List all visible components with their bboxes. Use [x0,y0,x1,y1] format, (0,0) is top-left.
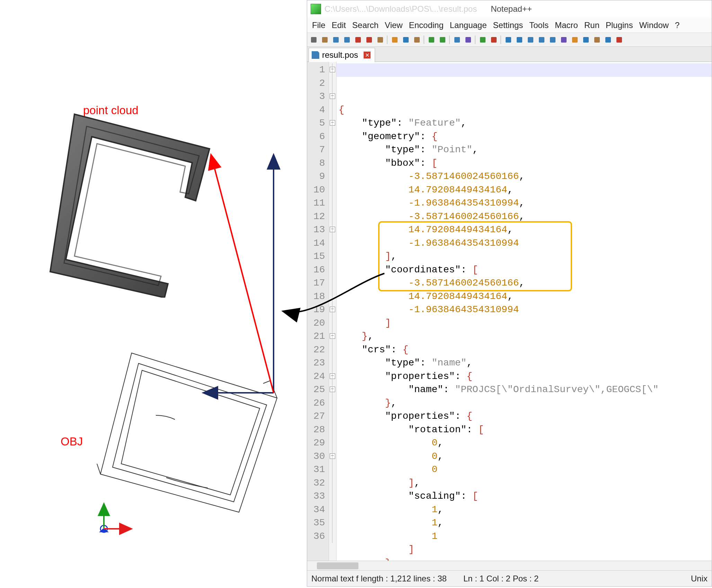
overlay-arrows [0,0,305,588]
menu-language[interactable]: Language [447,19,490,31]
svg-rect-20 [465,37,471,43]
copy-icon[interactable] [401,35,411,45]
paste-icon[interactable] [412,35,422,45]
svg-rect-12 [366,37,372,43]
app-icon [311,4,321,14]
zoom-out-icon[interactable] [489,35,499,45]
svg-rect-25 [528,37,533,43]
close-all-icon[interactable] [364,35,374,45]
svg-rect-8 [322,37,328,43]
scrollbar-thumb[interactable] [317,562,358,569]
fold-toggle[interactable]: − [330,307,335,312]
close-icon[interactable]: ✕ [364,52,371,58]
svg-rect-32 [605,37,611,43]
menu-?[interactable]: ? [672,19,682,31]
menu-macro[interactable]: Macro [552,19,581,31]
horizontal-scrollbar[interactable] [307,561,712,570]
find-icon[interactable] [452,35,462,45]
sync-h-icon[interactable] [514,35,525,45]
svg-rect-29 [572,37,578,43]
menu-edit[interactable]: Edit [329,19,349,31]
menu-encoding[interactable]: Encoding [406,19,446,31]
svg-rect-26 [539,37,544,43]
save-icon[interactable] [331,35,341,45]
indent-guide-icon[interactable] [548,35,558,45]
title-app: Notepad++ [491,4,532,14]
svg-rect-30 [583,37,589,43]
fold-toggle[interactable]: − [330,120,335,126]
close-icon[interactable] [353,35,363,45]
svg-rect-22 [491,37,497,43]
menu-plugins[interactable]: Plugins [603,19,636,31]
zoom-in-icon[interactable] [478,35,488,45]
svg-rect-31 [594,37,600,43]
menu-run[interactable]: Run [581,19,602,31]
svg-rect-24 [517,37,522,43]
svg-line-2 [211,156,274,393]
cut-icon[interactable] [390,35,400,45]
statusbar: Normal text f length : 1,212 lines : 38 … [307,570,712,586]
line-number-gutter: 1 2 3 4 5 6 7 8 9 10 11 12 13 14 15 16 1… [307,62,329,561]
menu-view[interactable]: View [382,19,406,31]
save-icon [312,51,319,59]
save-all-icon[interactable] [342,35,352,45]
lang-icon[interactable] [559,35,569,45]
tabbar: result.pos ✕ [307,47,712,62]
fold-toggle[interactable]: − [330,333,335,339]
fold-toggle[interactable]: − [330,227,335,232]
sync-v-icon[interactable] [503,35,514,45]
status-left: Normal text f length : 1,212 lines : 38 [311,574,447,584]
svg-rect-15 [403,37,409,43]
svg-rect-11 [355,37,361,43]
svg-rect-23 [506,37,511,43]
notepadpp-window: C:\Users\...\Downloads\POS\...\result.po… [307,0,712,587]
doc-map-icon[interactable] [570,35,580,45]
folder-icon[interactable] [592,35,602,45]
new-file-icon[interactable] [309,35,319,45]
monitor-icon[interactable] [603,35,613,45]
toolbar-separator: │ [500,35,502,45]
code-area[interactable]: { "type": "Feature", "geometry": { "type… [337,62,712,561]
toolbar-separator: │ [386,35,389,45]
editor[interactable]: 1 2 3 4 5 6 7 8 9 10 11 12 13 14 15 16 1… [307,62,712,561]
menu-file[interactable]: File [309,19,328,31]
svg-rect-13 [377,37,383,43]
svg-rect-9 [333,37,339,43]
menu-search[interactable]: Search [349,19,381,31]
svg-rect-10 [344,37,350,43]
redo-icon[interactable] [437,35,448,45]
toolbar-separator: │ [448,35,451,45]
menu-tools[interactable]: Tools [526,19,551,31]
fold-toggle[interactable]: − [330,453,335,459]
fold-toggle[interactable]: − [330,373,335,379]
print-icon[interactable] [375,35,385,45]
current-line-highlight [337,63,712,77]
svg-rect-17 [429,37,434,43]
fold-toggle[interactable]: − [330,67,335,72]
svg-rect-27 [550,37,555,43]
svg-rect-28 [561,37,567,43]
menubar: FileEditSearchViewEncodingLanguageSettin… [307,18,712,33]
fold-toggle[interactable]: − [330,93,335,99]
svg-rect-21 [480,37,486,43]
replace-icon[interactable] [463,35,473,45]
svg-rect-18 [440,37,445,43]
fold-toggle[interactable]: − [330,387,335,392]
open-file-icon[interactable] [320,35,330,45]
func-list-icon[interactable] [581,35,591,45]
viewport-3d[interactable]: point cloud OBJ [0,0,305,588]
menu-settings[interactable]: Settings [490,19,526,31]
fold-column[interactable]: −−−−−−−−− [329,62,337,561]
record-icon[interactable] [614,35,624,45]
tab-result-pos[interactable]: result.pos ✕ [309,48,375,62]
menu-window[interactable]: Window [637,19,671,31]
titlebar[interactable]: C:\Users\...\Downloads\POS\...\result.po… [307,0,712,18]
tab-label: result.pos [322,50,358,60]
svg-rect-16 [414,37,420,43]
svg-rect-14 [392,37,398,43]
status-right: Unix [691,574,707,584]
wrap-icon[interactable] [525,35,536,45]
undo-icon[interactable] [426,35,437,45]
ws-icon[interactable] [536,35,547,45]
status-mid: Ln : 1 Col : 2 Pos : 2 [463,574,539,584]
